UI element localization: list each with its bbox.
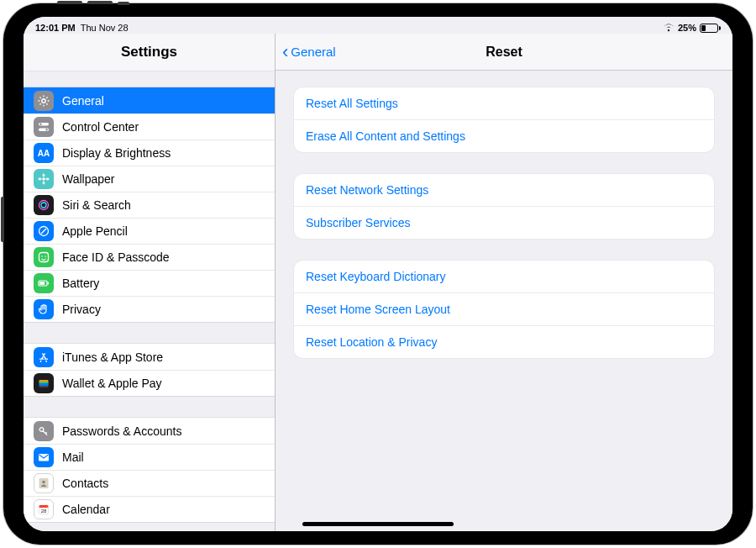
svg-point-14 xyxy=(42,177,45,181)
svg-point-18 xyxy=(45,178,49,181)
svg-line-22 xyxy=(41,229,46,234)
wifi-icon xyxy=(663,24,675,32)
home-indicator[interactable] xyxy=(302,522,454,526)
svg-point-12 xyxy=(45,129,47,130)
sidebar-item-label: Siri & Search xyxy=(62,198,131,212)
key-icon xyxy=(34,421,54,441)
svg-point-25 xyxy=(45,256,46,257)
sidebar-item-mail[interactable]: Mail xyxy=(24,444,275,470)
settings-sidebar: Settings GeneralControl CenterAADisplay … xyxy=(24,34,276,531)
detail-title: Reset xyxy=(486,45,522,60)
sidebar-item-faceid[interactable]: Face ID & Passcode xyxy=(24,244,275,270)
svg-point-15 xyxy=(43,173,45,177)
svg-point-16 xyxy=(43,181,45,184)
back-label: General xyxy=(291,45,335,59)
flower-icon xyxy=(34,169,54,189)
sidebar-item-label: Passwords & Accounts xyxy=(62,424,181,438)
reset-option-reset-keyboard[interactable]: Reset Keyboard Dictionary xyxy=(294,261,714,292)
back-button[interactable]: ‹ General xyxy=(282,43,336,61)
battery-icon xyxy=(700,24,721,33)
sidebar-item-passwords[interactable]: Passwords & Accounts xyxy=(24,418,275,444)
gear-icon xyxy=(34,91,54,111)
svg-line-7 xyxy=(46,97,47,97)
sidebar-item-pencil[interactable]: Apple Pencil xyxy=(24,218,275,244)
sidebar-item-label: General xyxy=(62,94,104,108)
status-bar: 12:01 PM Thu Nov 28 25% xyxy=(24,17,732,34)
sidebar-item-wallpaper[interactable]: Wallpaper xyxy=(24,166,275,192)
sidebar-item-label: Mail xyxy=(62,451,84,464)
svg-rect-28 xyxy=(39,282,45,285)
svg-point-0 xyxy=(42,98,45,102)
sidebar-item-control-center[interactable]: Control Center xyxy=(24,113,275,140)
siri-icon xyxy=(34,195,54,215)
status-date: Thu Nov 28 xyxy=(81,23,129,33)
svg-line-6 xyxy=(46,103,47,104)
hand-icon xyxy=(34,299,54,319)
sidebar-item-label: Display & Brightness xyxy=(62,146,171,160)
reset-option-subscriber[interactable]: Subscriber Services xyxy=(294,206,714,239)
sidebar-item-label: Wallet & Apple Pay xyxy=(62,377,162,390)
battery-pct: 25% xyxy=(678,23,696,33)
sidebar-item-contacts[interactable]: Contacts xyxy=(24,470,275,496)
sidebar-item-calendar[interactable]: 28Calendar xyxy=(24,496,275,522)
svg-text:AA: AA xyxy=(38,149,50,158)
sidebar-title: Settings xyxy=(24,34,275,71)
chevron-left-icon: ‹ xyxy=(282,43,288,61)
svg-rect-32 xyxy=(39,383,49,386)
svg-text:28: 28 xyxy=(41,508,47,514)
sidebar-item-general[interactable]: General xyxy=(24,87,275,113)
hw-volume-down xyxy=(87,1,113,4)
reset-option-erase-all[interactable]: Erase All Content and Settings xyxy=(294,119,714,152)
face-icon xyxy=(34,247,54,267)
reset-option-reset-home[interactable]: Reset Home Screen Layout xyxy=(294,292,714,325)
wallet-icon xyxy=(34,373,54,393)
svg-point-10 xyxy=(39,124,41,125)
reset-option-reset-location[interactable]: Reset Location & Privacy xyxy=(294,325,714,358)
sidebar-item-battery[interactable]: Battery xyxy=(24,270,275,296)
pencil-icon xyxy=(34,221,54,241)
svg-point-20 xyxy=(41,203,46,208)
sidebar-item-label: Battery xyxy=(62,277,99,290)
svg-point-17 xyxy=(38,178,41,181)
hw-side-button xyxy=(1,197,4,242)
contacts-icon xyxy=(34,473,54,493)
sidebar-item-label: Face ID & Passcode xyxy=(62,250,170,264)
sidebar-item-label: Contacts xyxy=(62,477,108,490)
sidebar-item-label: Apple Pencil xyxy=(62,224,128,238)
status-time: 12:01 PM xyxy=(35,23,76,33)
sidebar-item-label: Wallpaper xyxy=(62,172,115,186)
svg-point-36 xyxy=(42,481,45,484)
svg-rect-38 xyxy=(39,505,49,508)
svg-point-24 xyxy=(41,256,43,257)
aa-icon: AA xyxy=(34,143,54,163)
svg-line-8 xyxy=(39,103,40,104)
hw-power xyxy=(118,2,129,5)
screen: 12:01 PM Thu Nov 28 25% Settings General… xyxy=(24,17,732,531)
sidebar-item-label: Privacy xyxy=(62,303,101,316)
svg-rect-27 xyxy=(48,282,50,285)
svg-point-19 xyxy=(39,201,49,210)
reset-option-reset-network[interactable]: Reset Network Settings xyxy=(294,174,714,206)
switches-icon xyxy=(34,117,54,137)
svg-rect-23 xyxy=(39,253,49,262)
sidebar-item-itunes[interactable]: iTunes & App Store xyxy=(24,344,275,370)
calendar-icon: 28 xyxy=(34,499,54,519)
sidebar-item-label: Control Center xyxy=(62,120,139,134)
svg-line-5 xyxy=(39,97,40,97)
sidebar-item-label: Calendar xyxy=(62,503,110,516)
sidebar-item-privacy[interactable]: Privacy xyxy=(24,296,275,322)
battery-icon xyxy=(34,273,54,293)
reset-option-reset-all[interactable]: Reset All Settings xyxy=(294,87,714,119)
sidebar-item-siri[interactable]: Siri & Search xyxy=(24,192,275,218)
detail-header: ‹ General Reset xyxy=(276,34,732,71)
hw-volume-up xyxy=(57,1,82,4)
mail-icon xyxy=(34,447,54,467)
sidebar-item-wallet[interactable]: Wallet & Apple Pay xyxy=(24,370,275,396)
device-frame: 12:01 PM Thu Nov 28 25% Settings General… xyxy=(3,3,753,545)
detail-pane: ‹ General Reset Reset All SettingsErase … xyxy=(276,34,732,531)
sidebar-item-display[interactable]: AADisplay & Brightness xyxy=(24,140,275,166)
sidebar-item-label: iTunes & App Store xyxy=(62,350,163,364)
appstore-icon xyxy=(34,347,54,367)
